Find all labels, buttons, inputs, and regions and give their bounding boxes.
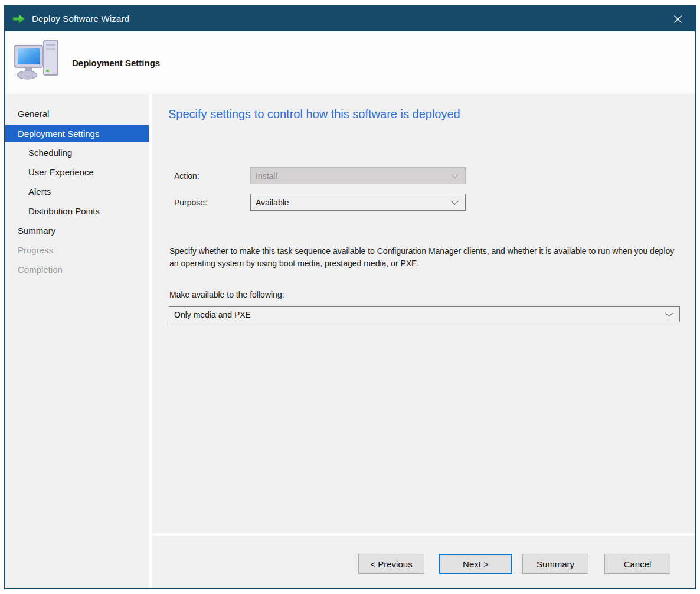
make-available-dropdown[interactable]: Only media and PXE	[169, 306, 680, 322]
footer-bar: < Previous Next > Summary Cancel	[152, 536, 695, 588]
window-title: Deploy Software Wizard	[32, 14, 129, 24]
chevron-down-icon	[451, 171, 459, 178]
panel-heading: Specify settings to control how this sof…	[168, 107, 460, 121]
purpose-dropdown[interactable]: Available	[250, 194, 466, 211]
sidebar-item-completion: Completion	[5, 260, 149, 279]
sidebar-item-alerts[interactable]: Alerts	[5, 182, 149, 201]
page-title: Deployment Settings	[72, 31, 160, 94]
chevron-down-icon	[451, 197, 459, 205]
sidebar-item-progress: Progress	[5, 240, 149, 260]
summary-button[interactable]: Summary	[522, 554, 588, 574]
purpose-label: Purpose:	[174, 198, 207, 207]
close-icon[interactable]	[669, 10, 686, 28]
title-bar: Deploy Software Wizard	[5, 6, 695, 31]
sidebar-item-distribution-points[interactable]: Distribution Points	[5, 201, 149, 221]
wizard-green-arrow-icon	[11, 12, 27, 26]
make-available-value: Only media and PXE	[174, 310, 251, 319]
sidebar-item-scheduling[interactable]: Scheduling	[5, 143, 149, 162]
sidebar-item-user-experience[interactable]: User Experience	[5, 162, 149, 182]
cancel-button[interactable]: Cancel	[604, 554, 670, 574]
deployment-settings-panel: Specify settings to control how this sof…	[152, 94, 695, 533]
action-label: Action:	[174, 171, 199, 181]
action-dropdown: Install	[250, 167, 466, 184]
sidebar-item-general[interactable]: General	[5, 104, 149, 123]
availability-description: Specify whether to make this task sequen…	[169, 245, 684, 270]
previous-button[interactable]: < Previous	[358, 554, 424, 574]
next-button[interactable]: Next >	[439, 554, 512, 574]
computer-icon	[13, 38, 63, 87]
wizard-header: Deployment Settings	[5, 31, 695, 94]
purpose-value: Available	[256, 198, 289, 207]
sidebar-item-summary[interactable]: Summary	[5, 221, 149, 240]
sidebar-item-deployment-settings[interactable]: Deployment Settings	[5, 125, 149, 142]
chevron-down-icon	[665, 309, 673, 317]
deploy-software-wizard-window: Deploy Software Wizard	[4, 5, 696, 589]
make-available-label: Make available to the following:	[169, 290, 284, 299]
action-value: Install	[256, 171, 277, 181]
wizard-step-list: General Deployment Settings Scheduling U…	[5, 94, 149, 588]
